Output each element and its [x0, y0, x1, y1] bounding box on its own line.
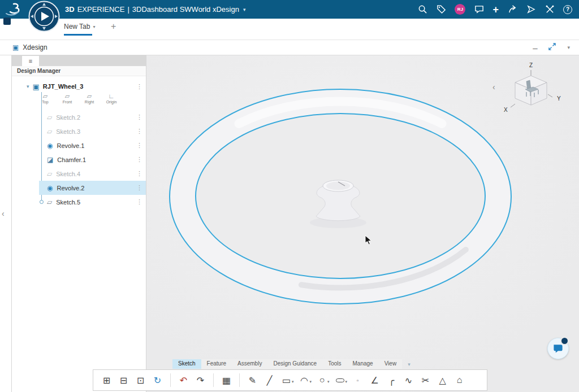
plane-front[interactable]: ▱ Front: [61, 93, 74, 104]
convert-icon[interactable]: ⌂: [452, 372, 467, 388]
polygon-icon[interactable]: △: [435, 372, 450, 388]
ribbon-tab-manage[interactable]: Manage: [347, 359, 378, 369]
point-icon[interactable]: ▫: [350, 372, 365, 388]
tree-item-revolve1[interactable]: ◉ Revolve.1 ⋮: [12, 138, 146, 153]
toolbar-divider: [170, 373, 171, 387]
plane-label: Right: [85, 100, 94, 104]
dashboard-tab-bar: New Tab ▾ +: [0, 19, 579, 36]
chat-icon: [552, 342, 564, 355]
send-icon[interactable]: [526, 5, 536, 15]
export-geometry-icon[interactable]: ⊟: [116, 372, 131, 388]
tools-icon[interactable]: [545, 5, 555, 15]
plane-icon: ▱: [87, 93, 92, 99]
ribbon-tab-design-guidance[interactable]: Design Guidance: [267, 359, 322, 369]
kebab-menu-icon[interactable]: ⋮: [136, 114, 142, 121]
redo-icon[interactable]: ↷: [193, 372, 208, 388]
tag-icon[interactable]: [436, 5, 446, 15]
collapse-ribbon-icon[interactable]: ▾: [408, 361, 411, 367]
grid-icon[interactable]: ▦: [219, 372, 234, 388]
ribbon-tab-sketch[interactable]: Sketch: [172, 359, 201, 369]
insert-component-icon[interactable]: ⊞: [99, 372, 114, 388]
search-icon[interactable]: [417, 5, 427, 15]
active-tab-underline: [64, 34, 92, 36]
add-icon[interactable]: +: [492, 5, 499, 15]
tree-item-chamfer1[interactable]: ◪ Chamfer.1 ⋮: [12, 153, 146, 167]
xdesign-app: 3DEXPERIENCE | 3DDashboard SWWorld xDesi…: [0, 0, 579, 392]
plane-label: Top: [42, 100, 48, 104]
tab-chevron-down-icon[interactable]: ▾: [93, 24, 95, 29]
tree-item-sketch3[interactable]: ▱ Sketch.3 ⋮: [12, 124, 146, 138]
kebab-menu-icon[interactable]: ⋮: [136, 198, 142, 206]
plane-right[interactable]: ▱ Right: [83, 93, 96, 104]
tree-item-label: Revolve.1: [57, 142, 84, 149]
feature-tree: ▾ ▣ RJT_Wheel_3 ⋮ ▱ Top ▱ Front ▱: [12, 76, 146, 209]
update-icon[interactable]: ↻: [150, 372, 165, 388]
title-3d: 3D: [65, 5, 75, 14]
title-separator: |: [127, 5, 129, 14]
sketch-icon[interactable]: ✎: [245, 372, 260, 388]
ribbon-tab-feature[interactable]: Feature: [201, 359, 232, 369]
dropdown-icon[interactable]: ▾: [327, 380, 330, 384]
dropdown-icon[interactable]: ▾: [310, 380, 312, 384]
origin[interactable]: ∟ Origin: [105, 93, 118, 104]
kebab-menu-icon[interactable]: ⋮: [136, 184, 142, 191]
design-manager-panel: ≡ Design Manager ▾ ▣ RJT_Wheel_3 ⋮: [11, 55, 146, 392]
ribbon-tab-tools[interactable]: Tools: [322, 359, 347, 369]
undo-icon[interactable]: ↶: [176, 372, 191, 388]
kebab-menu-icon[interactable]: ⋮: [136, 128, 142, 135]
view-cube[interactable]: Z X Y: [500, 61, 563, 119]
spline-icon[interactable]: ∿: [401, 372, 416, 388]
title-chevron-down-icon[interactable]: ▾: [243, 7, 246, 12]
dropdown-icon[interactable]: ▾: [345, 380, 348, 384]
corner-icon[interactable]: ∠: [367, 372, 382, 388]
3ds-logo-icon: [5, 2, 24, 17]
messages-icon[interactable]: [474, 5, 484, 15]
expand-chevron-icon[interactable]: ▾: [27, 84, 29, 89]
help-icon[interactable]: ?: [563, 5, 572, 14]
tree-item-revolve2-selected[interactable]: ◉ Revolve.2 ⋮: [12, 181, 146, 195]
ribbon-tab-view[interactable]: View: [379, 359, 403, 369]
design-manager-header: Design Manager: [12, 66, 146, 76]
fillet-icon[interactable]: ╭: [384, 372, 399, 388]
platform-badge-icon[interactable]: [3, 18, 11, 25]
widget-title: Xdesign: [23, 43, 47, 51]
derived-part-icon[interactable]: ⊡: [133, 372, 148, 388]
panel-tab-strip: ≡: [12, 56, 146, 66]
compass-icon[interactable]: [28, 1, 60, 32]
line-icon[interactable]: ╱: [262, 372, 277, 388]
widget-header: ▣ Xdesign – ▾: [0, 40, 579, 55]
tree-view-tab[interactable]: ≡: [22, 56, 39, 66]
collaboration-chat-button[interactable]: [547, 338, 569, 359]
action-toolbar: ⊞ ⊟ ⊡ ↻ ↶ ↷ ▦ ✎ ╱ ▭ ▾ ◠ ▾ ○ ▾ ▾ ▫ ∠ ╭ ∿ …: [93, 369, 487, 391]
top-bar-actions: RJ + ?: [417, 0, 572, 19]
kebab-menu-icon[interactable]: ⋮: [136, 142, 142, 149]
share-icon[interactable]: [507, 5, 517, 15]
plane-icon: ▱: [65, 93, 70, 99]
minimize-icon[interactable]: –: [533, 43, 537, 53]
trim-icon[interactable]: ✂: [418, 372, 433, 388]
tab-label: New Tab: [64, 23, 90, 31]
dropdown-icon[interactable]: ▾: [292, 380, 294, 384]
tree-item-label: Sketch.5: [56, 199, 80, 206]
xdesign-app-icon: ▣: [12, 43, 19, 51]
ribbon-tab-assembly[interactable]: Assembly: [232, 359, 267, 369]
add-tab-icon[interactable]: +: [111, 21, 116, 32]
3d-viewport[interactable]: Z X Y ‹: [146, 55, 579, 392]
kebab-menu-icon[interactable]: ⋮: [136, 83, 142, 90]
tree-root-item[interactable]: ▾ ▣ RJT_Wheel_3 ⋮: [12, 80, 146, 93]
tab-new-tab[interactable]: New Tab ▾: [64, 23, 96, 31]
expand-icon[interactable]: [548, 42, 556, 53]
panel-collapse-chevron-icon[interactable]: ‹: [2, 209, 5, 218]
kebab-menu-icon[interactable]: ⋮: [136, 156, 142, 163]
tree-item-sketch4[interactable]: ▱ Sketch.4 ⋮: [12, 167, 146, 181]
axis-y-label: Y: [557, 95, 561, 102]
widget-title-area: ▣ Xdesign: [12, 40, 47, 55]
reference-planes-row: ▱ Top ▱ Front ▱ Right ∟ Origin: [12, 93, 146, 110]
viewcube-chevron-icon[interactable]: ‹: [492, 82, 495, 92]
user-avatar[interactable]: RJ: [455, 4, 465, 15]
tree-item-sketch2[interactable]: ▱ Sketch.2 ⋮: [12, 110, 146, 124]
tree-item-sketch5[interactable]: ▱ Sketch.5 ⋮: [12, 195, 146, 209]
widget-chevron-down-icon[interactable]: ▾: [567, 45, 570, 50]
kebab-menu-icon[interactable]: ⋮: [136, 170, 142, 177]
title-context: 3DDashboard SWWorld xDesign: [132, 5, 239, 14]
